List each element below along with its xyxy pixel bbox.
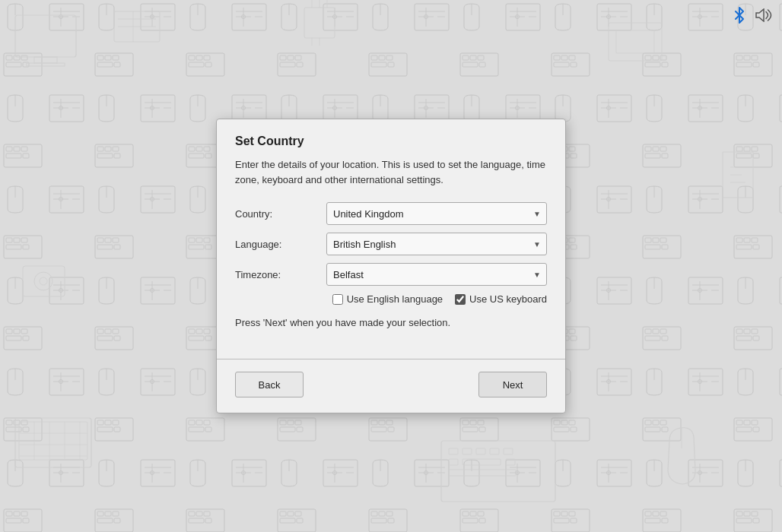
timezone-row: Timezone: Belfast London Dublin Edinburg… (235, 263, 547, 286)
timezone-label: Timezone: (235, 269, 326, 280)
language-select-wrapper: British English American English French … (326, 233, 547, 255)
dialog-title: Set Country (235, 135, 547, 148)
language-row: Language: British English American Engli… (235, 233, 547, 255)
set-country-dialog: Set Country Enter the details of your lo… (216, 119, 566, 413)
use-us-keyboard-label: Use US keyboard (455, 293, 547, 305)
timezone-select[interactable]: Belfast London Dublin Edinburgh UTC (326, 263, 547, 286)
use-us-keyboard-text: Use US keyboard (469, 293, 547, 305)
timezone-select-wrapper: Belfast London Dublin Edinburgh UTC ▼ (326, 263, 547, 286)
use-english-checkbox[interactable] (332, 294, 343, 305)
use-us-keyboard-checkbox[interactable] (455, 294, 466, 305)
country-select-wrapper: United Kingdom United States Canada Aust… (326, 202, 547, 225)
country-select[interactable]: United Kingdom United States Canada Aust… (326, 202, 547, 225)
country-label: Country: (235, 208, 326, 220)
dialog-overlay: Set Country Enter the details of your lo… (0, 0, 782, 532)
dialog-separator (217, 359, 565, 359)
next-button[interactable]: Next (478, 372, 547, 397)
dialog-description: Enter the details of your location. This… (235, 157, 547, 187)
back-button[interactable]: Back (235, 372, 304, 397)
country-row: Country: United Kingdom United States Ca… (235, 202, 547, 225)
use-english-text: Use English language (347, 293, 443, 305)
checkboxes-row: Use English language Use US keyboard (235, 293, 547, 305)
buttons-row: Back Next (235, 372, 547, 397)
language-label: Language: (235, 239, 326, 250)
hint-text: Press 'Next' when you have made your sel… (235, 317, 547, 328)
language-select[interactable]: British English American English French … (326, 233, 547, 255)
use-english-label: Use English language (332, 293, 443, 305)
